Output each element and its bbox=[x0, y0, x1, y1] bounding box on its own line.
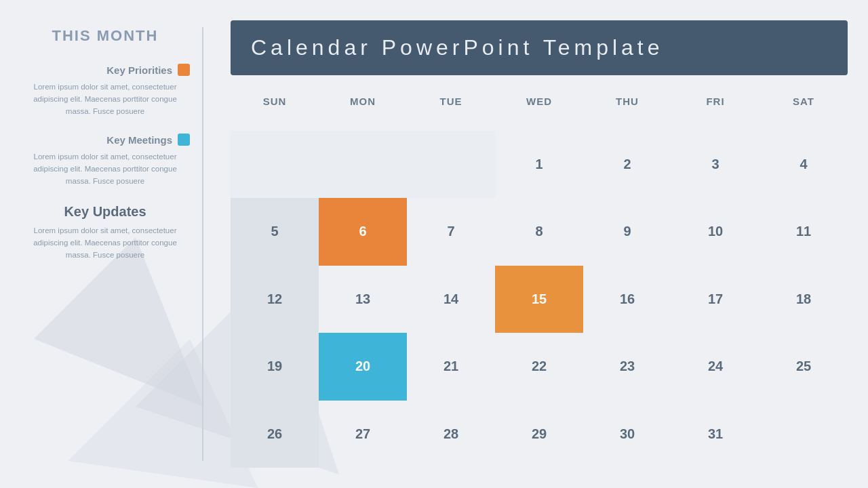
cal-cell: 8 bbox=[495, 198, 583, 266]
cal-cell: 4 bbox=[760, 131, 848, 199]
cal-cell: 21 bbox=[407, 333, 495, 401]
cal-cell bbox=[231, 131, 319, 199]
key-priorities-label: Key Priorities bbox=[106, 64, 172, 76]
sidebar: THIS MONTH Key Priorities Lorem ipsum do… bbox=[0, 0, 203, 488]
cal-cell: 3 bbox=[671, 131, 760, 199]
key-meetings-header: Key Meetings bbox=[20, 134, 190, 146]
cal-cell: 26 bbox=[231, 401, 319, 468]
cal-cell: 9 bbox=[583, 198, 671, 266]
cal-cell: 6 bbox=[319, 198, 407, 266]
cal-cell: 14 bbox=[407, 266, 495, 333]
cal-cell: 19 bbox=[231, 333, 319, 401]
calendar-title: Calendar PowerPoint Template bbox=[251, 35, 827, 60]
cal-cell: 25 bbox=[760, 333, 848, 401]
cal-cell: 5 bbox=[231, 198, 319, 266]
cal-cell: 10 bbox=[671, 198, 760, 266]
cal-cell bbox=[760, 401, 848, 468]
cal-cell bbox=[319, 131, 407, 199]
day-header-fri: FRI bbox=[671, 89, 760, 131]
calendar-grid: SUNMONTUEWEDTHUFRISAT1234567891011121314… bbox=[231, 89, 848, 468]
cal-cell: 27 bbox=[319, 401, 407, 468]
cal-cell: 28 bbox=[407, 401, 495, 468]
cal-cell: 29 bbox=[495, 401, 583, 468]
cal-cell: 13 bbox=[319, 266, 407, 333]
cal-cell: 1 bbox=[495, 131, 583, 199]
cal-cell: 7 bbox=[407, 198, 495, 266]
main-content: Calendar PowerPoint Template SUNMONTUEWE… bbox=[203, 0, 868, 488]
cal-cell: 17 bbox=[671, 266, 760, 333]
key-updates-label: Key Updates bbox=[64, 204, 146, 219]
day-header-mon: MON bbox=[319, 89, 407, 131]
cal-cell: 30 bbox=[583, 401, 671, 468]
day-header-sat: SAT bbox=[760, 89, 848, 131]
cal-cell: 23 bbox=[583, 333, 671, 401]
key-priorities-icon bbox=[178, 64, 190, 76]
cal-cell: 22 bbox=[495, 333, 583, 401]
day-header-wed: WED bbox=[495, 89, 583, 131]
cal-cell: 15 bbox=[495, 266, 583, 333]
key-meetings-body: Lorem ipsum dolor sit amet, consectetuer… bbox=[20, 151, 190, 187]
cal-cell: 18 bbox=[760, 266, 848, 333]
day-header-tue: TUE bbox=[407, 89, 495, 131]
key-updates-body: Lorem ipsum dolor sit amet, consectetuer… bbox=[20, 225, 190, 261]
cal-cell: 12 bbox=[231, 266, 319, 333]
cal-cell: 2 bbox=[583, 131, 671, 199]
calendar-header: Calendar PowerPoint Template bbox=[231, 20, 848, 75]
cal-cell: 16 bbox=[583, 266, 671, 333]
cal-cell: 31 bbox=[671, 401, 760, 468]
cal-cell: 24 bbox=[671, 333, 760, 401]
key-priorities-body: Lorem ipsum dolor sit amet, consectetuer… bbox=[20, 81, 190, 117]
cal-cell: 20 bbox=[319, 333, 407, 401]
key-meetings-label: Key Meetings bbox=[106, 134, 172, 146]
key-priorities-header: Key Priorities bbox=[20, 64, 190, 76]
key-meetings-icon bbox=[178, 134, 190, 146]
day-header-thu: THU bbox=[583, 89, 671, 131]
cal-cell: 11 bbox=[760, 198, 848, 266]
day-header-sun: SUN bbox=[231, 89, 319, 131]
cal-cell bbox=[407, 131, 495, 199]
sidebar-month-title: THIS MONTH bbox=[20, 27, 190, 45]
